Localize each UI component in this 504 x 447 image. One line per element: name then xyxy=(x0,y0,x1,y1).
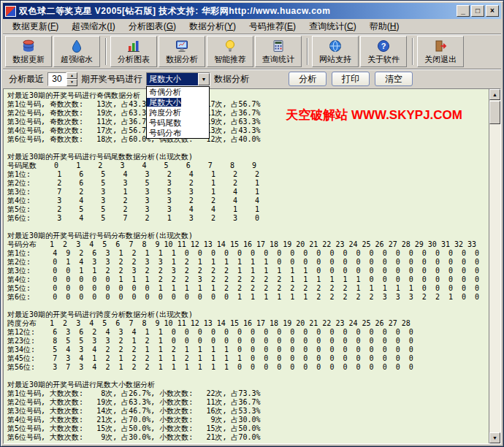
dropdown-option-span[interactable]: 跨度分析 xyxy=(147,108,181,117)
menu-item-analysis[interactable]: 数据分析(Y) xyxy=(183,19,243,34)
toolbar-button-query[interactable]: 查询统计 xyxy=(255,36,302,67)
svg-text:?: ? xyxy=(381,42,386,50)
water-drop-icon xyxy=(69,39,84,53)
menu-item-help[interactable]: 帮助(H) xyxy=(363,19,406,34)
toolbar-button-charts[interactable]: 分析图表 xyxy=(110,36,157,67)
toolbar-separator xyxy=(307,38,308,65)
scrollbar-down-icon[interactable]: ▼ xyxy=(489,432,500,443)
period-input[interactable] xyxy=(47,72,66,86)
close-button[interactable]: × xyxy=(486,5,499,17)
bar-chart-icon xyxy=(126,39,141,53)
menu-item-data-update[interactable]: 数据更新(F) xyxy=(6,19,65,34)
clear-button[interactable]: 清空 xyxy=(375,72,413,86)
toolbar-button-exit[interactable]: 关闭退出 xyxy=(417,36,464,67)
toolbar-button-about[interactable]: ? 关于软件 xyxy=(360,36,407,67)
menu-item-shrink[interactable]: 超强缩水(I) xyxy=(65,19,121,34)
analyze-button[interactable]: 分析 xyxy=(289,72,327,86)
menu-bar: 数据更新(F) 超强缩水(I) 分析图表(G) 数据分析(Y) 号码推荐(E) … xyxy=(3,19,501,34)
window-title: 双色球二等奖克星 V2005[钻石版] 技术支持: 华彩网http://www.… xyxy=(19,5,455,18)
scrollbar-up-icon[interactable]: ▲ xyxy=(489,89,500,100)
globe-icon xyxy=(328,39,343,53)
scrollbar-thumb[interactable] xyxy=(489,101,500,124)
combobox-value: 尾数大小 xyxy=(147,73,198,85)
period-suffix-label: 期开奖号码进行 xyxy=(81,73,142,85)
toolbar-button-website[interactable]: 网站支持 xyxy=(312,36,359,67)
chevron-down-icon[interactable]: ▼ xyxy=(198,73,210,85)
minimize-button[interactable]: _ xyxy=(457,5,470,17)
spinner-up-icon[interactable]: ▲ xyxy=(66,72,77,80)
vertical-scrollbar[interactable]: ▲ ▼ xyxy=(489,89,500,443)
toolbar-button-analysis[interactable]: 数据分析 xyxy=(159,36,205,67)
analysis-type-dropdown-list: 奇偶分析 尾数大小 跨度分析 号码尾数 号码分布 xyxy=(146,86,210,139)
analysis-type-combobox[interactable]: 尾数大小 ▼ 奇偶分析 尾数大小 跨度分析 号码尾数 号码分布 xyxy=(146,72,210,86)
analysis-report-text: 对最近30期的开奖号码进行奇偶数据分析 第1位号码, 奇数次数: 13次, 占4… xyxy=(4,89,500,444)
data-analysis-label: 数据分析 xyxy=(214,73,249,85)
menu-item-recommend[interactable]: 号码推荐(E) xyxy=(243,19,302,34)
toolbar: 数据更新 超强缩水 分析图表 数据分析 智能推荐 xyxy=(3,34,501,69)
period-spinner: ▲ ▼ xyxy=(47,72,77,86)
title-bar: 双色球二等奖克星 V2005[钻石版] 技术支持: 华彩网http://www.… xyxy=(3,3,501,19)
dropdown-option-number-distribution[interactable]: 号码分布 xyxy=(147,129,181,137)
monitor-icon xyxy=(175,39,189,53)
dropdown-option-tail-size[interactable]: 尾数大小 xyxy=(147,98,181,107)
menu-item-query[interactable]: 查询统计(C) xyxy=(302,19,363,34)
toolbar-button-recommend[interactable]: 智能推荐 xyxy=(207,36,253,67)
analyze-recent-label: 分析最近 xyxy=(9,73,44,85)
dropdown-option-number-tail[interactable]: 号码尾数 xyxy=(147,118,181,127)
print-button[interactable]: 打印 xyxy=(332,72,370,86)
question-icon: ? xyxy=(376,39,391,53)
menu-item-charts[interactable]: 分析图表(G) xyxy=(122,19,183,34)
toolbar-separator xyxy=(412,38,413,65)
analysis-result-panel: 对最近30期的开奖号码进行奇偶数据分析 第1位号码, 奇数次数: 13次, 占4… xyxy=(3,88,501,444)
watermark-text: 天空破解站 WWW.SKYPJ.COM xyxy=(286,107,462,123)
toolbar-separator xyxy=(105,38,107,65)
dropdown-option-odd-even[interactable]: 奇偶分析 xyxy=(147,88,181,96)
toolbar-button-data-update[interactable]: 数据更新 xyxy=(5,36,52,67)
control-bar: 分析最近 ▲ ▼ 期开奖号码进行 尾数大小 ▼ 奇偶分析 尾数大小 跨度分析 号… xyxy=(3,69,501,88)
toolbar-button-shrink[interactable]: 超强缩水 xyxy=(53,36,100,67)
spinner-down-icon[interactable]: ▼ xyxy=(66,79,77,86)
exit-icon xyxy=(433,39,448,53)
calculator-icon xyxy=(271,39,286,53)
bulb-icon xyxy=(223,39,237,53)
database-icon xyxy=(21,39,36,53)
app-icon xyxy=(5,6,16,17)
app-window: 双色球二等奖克星 V2005[钻石版] 技术支持: 华彩网http://www.… xyxy=(0,0,504,447)
maximize-button[interactable]: □ xyxy=(471,5,484,17)
